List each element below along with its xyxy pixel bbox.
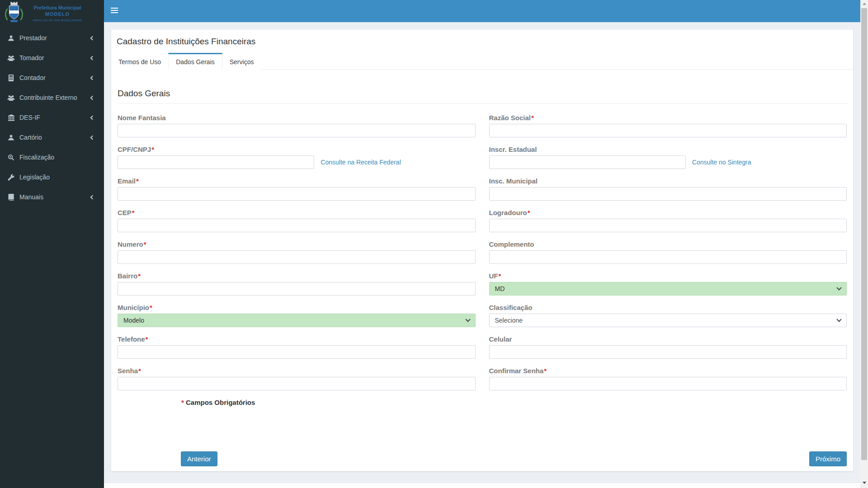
chevron-left-icon	[90, 75, 95, 80]
sidebar-item-legislacao[interactable]: Legislação	[0, 167, 104, 187]
registration-card: Cadastro de Instituições Financeiras Ter…	[111, 30, 853, 471]
form-actions: Anterior Próximo	[118, 451, 847, 466]
chevron-down-icon	[836, 285, 841, 290]
bairro-input[interactable]	[118, 282, 476, 296]
municipio-select[interactable]: Modelo	[118, 314, 476, 327]
dados-gerais-form: Nome Fantasia Razão Social* CPF/CNPJ* Co…	[118, 114, 847, 399]
form-field: UF* MD	[489, 272, 847, 296]
nome-fantasia-input[interactable]	[118, 124, 476, 137]
insc-municipal-input[interactable]	[489, 187, 847, 201]
form-field: Razão Social*	[489, 114, 847, 137]
chevron-left-icon	[90, 56, 95, 60]
uf-select[interactable]: MD	[489, 282, 847, 296]
complemento-input[interactable]	[489, 250, 847, 264]
brand-tagline: ORGULHO DE SER MODELOENSE	[33, 19, 82, 22]
chevron-down-icon	[836, 317, 841, 322]
form-field: Bairro*	[118, 272, 476, 296]
form-field: Complemento	[489, 240, 847, 264]
chevron-down-icon	[465, 317, 470, 322]
chevron-left-icon	[90, 195, 95, 199]
form-field: Telefone*	[118, 335, 476, 359]
razao-social-label: Razão Social*	[489, 114, 847, 122]
celular-input[interactable]	[489, 345, 847, 359]
sidebar-item-manuais[interactable]: Manuais	[0, 187, 104, 207]
previous-button[interactable]: Anterior	[181, 451, 217, 466]
celular-label: Celular	[489, 335, 847, 343]
form-field: Insc. Municipal	[489, 177, 847, 201]
brand: Prefeitura Municipal MODELO ORGULHO DE S…	[0, 0, 104, 26]
uf-label: UF*	[489, 272, 847, 280]
sidebar-toggle-button[interactable]	[111, 8, 118, 14]
insc-municipal-label: Insc. Municipal	[489, 177, 847, 185]
vertical-scrollbar	[860, 0, 868, 488]
sidebar-item-contador[interactable]: Contador	[0, 68, 104, 88]
user-icon	[7, 134, 15, 141]
wrench-icon	[7, 174, 15, 181]
classificacao-select[interactable]: Selecione	[489, 314, 847, 327]
form-field: Numero*	[118, 240, 476, 264]
sidebar-item-des-if[interactable]: DES-IF	[0, 108, 104, 127]
page-footer	[104, 483, 860, 488]
cep-label: CEP*	[118, 209, 476, 216]
nome-fantasia-label: Nome Fantasia	[118, 114, 476, 122]
razao-social-input[interactable]	[489, 124, 847, 137]
page-title: Cadastro de Instituições Financeiras	[111, 30, 853, 52]
numero-input[interactable]	[118, 250, 476, 264]
scroll-down-button[interactable]	[860, 479, 868, 486]
consulte-sintegra-link[interactable]: Consulte no Sintegra	[692, 159, 751, 166]
form-field: Nome Fantasia	[118, 114, 476, 137]
telefone-label: Telefone*	[118, 335, 476, 343]
tab-termos-de-uso[interactable]: Termos de Uso	[111, 53, 168, 70]
cpf-cnpj-label: CPF/CNPJ*	[118, 145, 476, 153]
chevron-left-icon	[90, 115, 95, 120]
form-field: Classificação Selecione	[489, 304, 847, 327]
bank-icon	[7, 114, 15, 121]
email-input[interactable]	[118, 187, 476, 201]
city-coat-of-arms-logo	[4, 2, 24, 24]
chevron-left-icon	[90, 95, 95, 100]
senha-label: Senha*	[118, 367, 476, 375]
sidebar-item-contribuinte-externo[interactable]: Contribuinte Externo	[0, 88, 104, 108]
next-button[interactable]: Próximo	[809, 451, 847, 466]
brand-line2: MODELO	[45, 11, 70, 17]
classificacao-label: Classificação	[489, 304, 847, 311]
inscr-estadual-label: Inscr. Estadual	[489, 145, 847, 153]
form-field: CEP*	[118, 209, 476, 232]
chevron-left-icon	[90, 36, 95, 40]
sidebar: Prefeitura Municipal MODELO ORGULHO DE S…	[0, 0, 104, 488]
complemento-label: Complemento	[489, 240, 847, 248]
sidebar-item-cartorio[interactable]: Cartório	[0, 127, 104, 147]
numero-label: Numero*	[118, 240, 476, 248]
scrollbar-thumb[interactable]	[861, 8, 867, 460]
form-field: Email*	[118, 177, 476, 201]
sidebar-item-tomador[interactable]: Tomador	[0, 48, 104, 68]
sidebar-item-prestador[interactable]: Prestador	[0, 28, 104, 48]
form-field: Senha*	[118, 367, 476, 390]
book-icon	[7, 193, 15, 201]
chevron-left-icon	[90, 135, 95, 140]
form-field: CPF/CNPJ* Consulte na Receita Federal	[118, 145, 476, 169]
section-divider	[118, 103, 847, 104]
brand-line1: Prefeitura Municipal	[33, 5, 81, 10]
sidebar-item-fiscalizacao[interactable]: Fiscalização	[0, 147, 104, 167]
scroll-up-button[interactable]	[860, 0, 868, 7]
form-field: Logradouro*	[489, 209, 847, 232]
required-fields-note: * Campos Obrigatórios	[181, 399, 847, 406]
confirmar-senha-input[interactable]	[489, 377, 847, 390]
tab-servicos[interactable]: Serviços	[222, 53, 261, 70]
form-field: Celular	[489, 335, 847, 359]
telefone-input[interactable]	[118, 345, 476, 359]
cpf-cnpj-input[interactable]	[118, 155, 314, 169]
calculator-icon	[7, 74, 15, 81]
users-icon	[7, 54, 15, 61]
municipio-label: Município*	[118, 304, 476, 311]
user-icon	[7, 34, 15, 42]
logradouro-input[interactable]	[489, 219, 847, 232]
tab-dados-gerais[interactable]: Dados Gerais	[168, 53, 222, 70]
inscr-estadual-input[interactable]	[489, 155, 686, 169]
consulte-receita-federal-link[interactable]: Consulte na Receita Federal	[321, 159, 401, 166]
senha-input[interactable]	[118, 377, 476, 390]
main-content: Cadastro de Instituições Financeiras Ter…	[104, 22, 860, 488]
cep-input[interactable]	[118, 219, 476, 232]
section-heading: Dados Gerais	[118, 89, 847, 99]
